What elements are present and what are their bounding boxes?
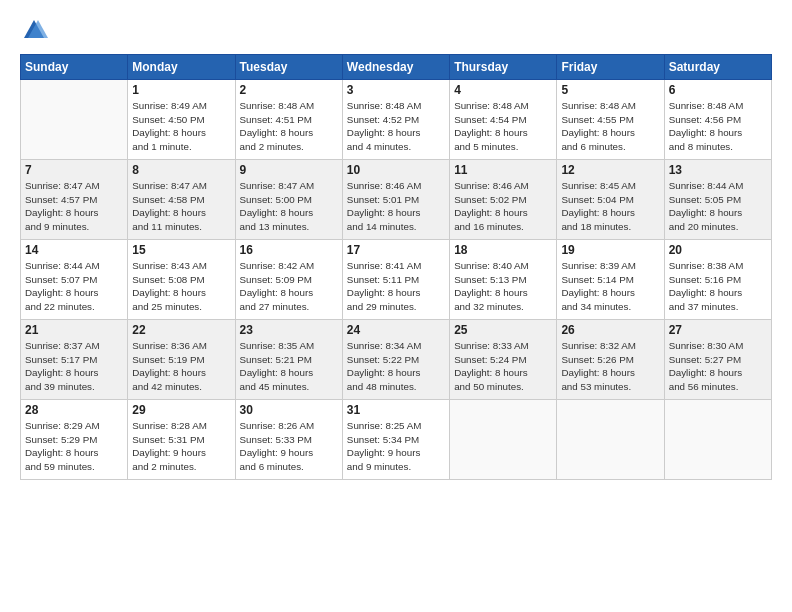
calendar-header-saturday: Saturday xyxy=(664,55,771,80)
calendar-header-sunday: Sunday xyxy=(21,55,128,80)
day-detail: Sunrise: 8:46 AM Sunset: 5:02 PM Dayligh… xyxy=(454,179,552,234)
day-detail: Sunrise: 8:42 AM Sunset: 5:09 PM Dayligh… xyxy=(240,259,338,314)
day-detail: Sunrise: 8:28 AM Sunset: 5:31 PM Dayligh… xyxy=(132,419,230,474)
day-detail: Sunrise: 8:35 AM Sunset: 5:21 PM Dayligh… xyxy=(240,339,338,394)
day-detail: Sunrise: 8:48 AM Sunset: 4:51 PM Dayligh… xyxy=(240,99,338,154)
day-number: 11 xyxy=(454,163,552,177)
calendar-cell: 8Sunrise: 8:47 AM Sunset: 4:58 PM Daylig… xyxy=(128,160,235,240)
calendar-header-tuesday: Tuesday xyxy=(235,55,342,80)
day-number: 2 xyxy=(240,83,338,97)
calendar-week-row: 21Sunrise: 8:37 AM Sunset: 5:17 PM Dayli… xyxy=(21,320,772,400)
calendar-cell: 20Sunrise: 8:38 AM Sunset: 5:16 PM Dayli… xyxy=(664,240,771,320)
day-detail: Sunrise: 8:46 AM Sunset: 5:01 PM Dayligh… xyxy=(347,179,445,234)
day-detail: Sunrise: 8:43 AM Sunset: 5:08 PM Dayligh… xyxy=(132,259,230,314)
day-number: 21 xyxy=(25,323,123,337)
day-number: 28 xyxy=(25,403,123,417)
calendar-cell: 5Sunrise: 8:48 AM Sunset: 4:55 PM Daylig… xyxy=(557,80,664,160)
day-detail: Sunrise: 8:48 AM Sunset: 4:55 PM Dayligh… xyxy=(561,99,659,154)
calendar-header-wednesday: Wednesday xyxy=(342,55,449,80)
day-detail: Sunrise: 8:48 AM Sunset: 4:56 PM Dayligh… xyxy=(669,99,767,154)
calendar-header-thursday: Thursday xyxy=(450,55,557,80)
day-detail: Sunrise: 8:38 AM Sunset: 5:16 PM Dayligh… xyxy=(669,259,767,314)
calendar-cell: 29Sunrise: 8:28 AM Sunset: 5:31 PM Dayli… xyxy=(128,400,235,480)
day-number: 30 xyxy=(240,403,338,417)
calendar-cell: 13Sunrise: 8:44 AM Sunset: 5:05 PM Dayli… xyxy=(664,160,771,240)
day-number: 19 xyxy=(561,243,659,257)
day-detail: Sunrise: 8:32 AM Sunset: 5:26 PM Dayligh… xyxy=(561,339,659,394)
calendar-week-row: 7Sunrise: 8:47 AM Sunset: 4:57 PM Daylig… xyxy=(21,160,772,240)
calendar-cell: 18Sunrise: 8:40 AM Sunset: 5:13 PM Dayli… xyxy=(450,240,557,320)
day-number: 24 xyxy=(347,323,445,337)
calendar-cell: 6Sunrise: 8:48 AM Sunset: 4:56 PM Daylig… xyxy=(664,80,771,160)
calendar-cell: 24Sunrise: 8:34 AM Sunset: 5:22 PM Dayli… xyxy=(342,320,449,400)
logo-icon xyxy=(20,16,48,44)
calendar-cell xyxy=(450,400,557,480)
calendar-cell xyxy=(664,400,771,480)
calendar-cell: 22Sunrise: 8:36 AM Sunset: 5:19 PM Dayli… xyxy=(128,320,235,400)
calendar-week-row: 28Sunrise: 8:29 AM Sunset: 5:29 PM Dayli… xyxy=(21,400,772,480)
calendar-cell: 19Sunrise: 8:39 AM Sunset: 5:14 PM Dayli… xyxy=(557,240,664,320)
calendar-table: SundayMondayTuesdayWednesdayThursdayFrid… xyxy=(20,54,772,480)
day-detail: Sunrise: 8:34 AM Sunset: 5:22 PM Dayligh… xyxy=(347,339,445,394)
day-number: 8 xyxy=(132,163,230,177)
day-detail: Sunrise: 8:44 AM Sunset: 5:07 PM Dayligh… xyxy=(25,259,123,314)
day-number: 13 xyxy=(669,163,767,177)
day-detail: Sunrise: 8:49 AM Sunset: 4:50 PM Dayligh… xyxy=(132,99,230,154)
calendar-cell: 7Sunrise: 8:47 AM Sunset: 4:57 PM Daylig… xyxy=(21,160,128,240)
calendar-header-monday: Monday xyxy=(128,55,235,80)
day-detail: Sunrise: 8:25 AM Sunset: 5:34 PM Dayligh… xyxy=(347,419,445,474)
day-number: 3 xyxy=(347,83,445,97)
day-number: 14 xyxy=(25,243,123,257)
day-number: 31 xyxy=(347,403,445,417)
day-detail: Sunrise: 8:47 AM Sunset: 4:58 PM Dayligh… xyxy=(132,179,230,234)
day-number: 6 xyxy=(669,83,767,97)
day-number: 23 xyxy=(240,323,338,337)
calendar-week-row: 14Sunrise: 8:44 AM Sunset: 5:07 PM Dayli… xyxy=(21,240,772,320)
calendar-cell: 12Sunrise: 8:45 AM Sunset: 5:04 PM Dayli… xyxy=(557,160,664,240)
calendar-cell: 27Sunrise: 8:30 AM Sunset: 5:27 PM Dayli… xyxy=(664,320,771,400)
calendar-cell: 14Sunrise: 8:44 AM Sunset: 5:07 PM Dayli… xyxy=(21,240,128,320)
day-number: 25 xyxy=(454,323,552,337)
calendar-cell: 31Sunrise: 8:25 AM Sunset: 5:34 PM Dayli… xyxy=(342,400,449,480)
day-number: 5 xyxy=(561,83,659,97)
day-detail: Sunrise: 8:29 AM Sunset: 5:29 PM Dayligh… xyxy=(25,419,123,474)
day-number: 12 xyxy=(561,163,659,177)
day-number: 18 xyxy=(454,243,552,257)
day-detail: Sunrise: 8:41 AM Sunset: 5:11 PM Dayligh… xyxy=(347,259,445,314)
calendar-header-row: SundayMondayTuesdayWednesdayThursdayFrid… xyxy=(21,55,772,80)
day-detail: Sunrise: 8:37 AM Sunset: 5:17 PM Dayligh… xyxy=(25,339,123,394)
day-detail: Sunrise: 8:44 AM Sunset: 5:05 PM Dayligh… xyxy=(669,179,767,234)
calendar-cell: 2Sunrise: 8:48 AM Sunset: 4:51 PM Daylig… xyxy=(235,80,342,160)
day-number: 7 xyxy=(25,163,123,177)
logo xyxy=(20,16,52,44)
calendar-cell: 4Sunrise: 8:48 AM Sunset: 4:54 PM Daylig… xyxy=(450,80,557,160)
calendar-cell: 16Sunrise: 8:42 AM Sunset: 5:09 PM Dayli… xyxy=(235,240,342,320)
calendar-cell: 21Sunrise: 8:37 AM Sunset: 5:17 PM Dayli… xyxy=(21,320,128,400)
page: SundayMondayTuesdayWednesdayThursdayFrid… xyxy=(0,0,792,612)
day-number: 29 xyxy=(132,403,230,417)
day-detail: Sunrise: 8:48 AM Sunset: 4:54 PM Dayligh… xyxy=(454,99,552,154)
day-number: 22 xyxy=(132,323,230,337)
day-detail: Sunrise: 8:33 AM Sunset: 5:24 PM Dayligh… xyxy=(454,339,552,394)
day-number: 10 xyxy=(347,163,445,177)
day-number: 9 xyxy=(240,163,338,177)
calendar-week-row: 1Sunrise: 8:49 AM Sunset: 4:50 PM Daylig… xyxy=(21,80,772,160)
day-detail: Sunrise: 8:26 AM Sunset: 5:33 PM Dayligh… xyxy=(240,419,338,474)
day-number: 15 xyxy=(132,243,230,257)
calendar-cell: 9Sunrise: 8:47 AM Sunset: 5:00 PM Daylig… xyxy=(235,160,342,240)
day-detail: Sunrise: 8:48 AM Sunset: 4:52 PM Dayligh… xyxy=(347,99,445,154)
day-detail: Sunrise: 8:45 AM Sunset: 5:04 PM Dayligh… xyxy=(561,179,659,234)
day-number: 16 xyxy=(240,243,338,257)
calendar-cell: 23Sunrise: 8:35 AM Sunset: 5:21 PM Dayli… xyxy=(235,320,342,400)
day-detail: Sunrise: 8:47 AM Sunset: 5:00 PM Dayligh… xyxy=(240,179,338,234)
day-detail: Sunrise: 8:30 AM Sunset: 5:27 PM Dayligh… xyxy=(669,339,767,394)
day-number: 27 xyxy=(669,323,767,337)
calendar-cell: 30Sunrise: 8:26 AM Sunset: 5:33 PM Dayli… xyxy=(235,400,342,480)
calendar-cell: 1Sunrise: 8:49 AM Sunset: 4:50 PM Daylig… xyxy=(128,80,235,160)
calendar-cell: 17Sunrise: 8:41 AM Sunset: 5:11 PM Dayli… xyxy=(342,240,449,320)
day-detail: Sunrise: 8:47 AM Sunset: 4:57 PM Dayligh… xyxy=(25,179,123,234)
day-number: 17 xyxy=(347,243,445,257)
calendar-cell: 15Sunrise: 8:43 AM Sunset: 5:08 PM Dayli… xyxy=(128,240,235,320)
day-number: 4 xyxy=(454,83,552,97)
day-detail: Sunrise: 8:40 AM Sunset: 5:13 PM Dayligh… xyxy=(454,259,552,314)
